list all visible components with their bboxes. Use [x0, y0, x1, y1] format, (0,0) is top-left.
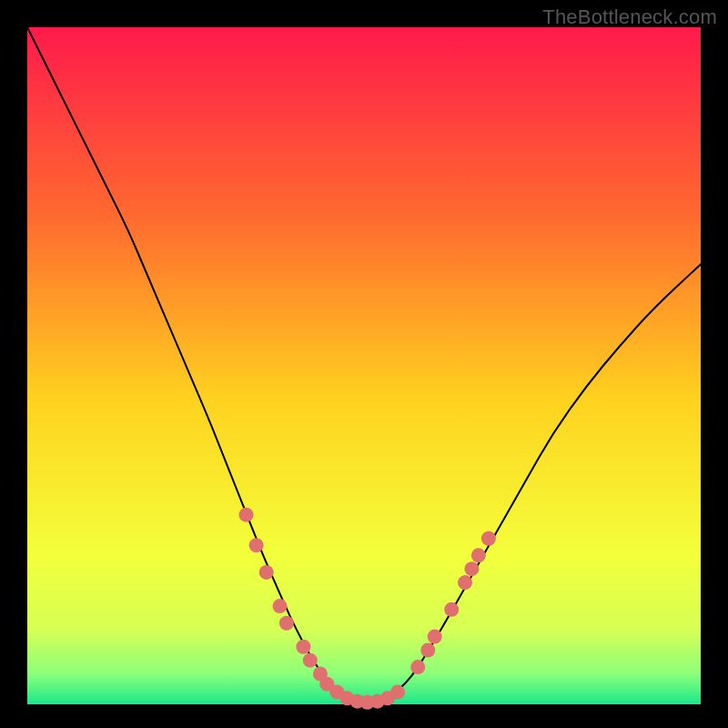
curve-marker-dot — [296, 640, 310, 654]
curve-marker-dot — [464, 561, 479, 576]
curve-marker-dot — [249, 538, 264, 552]
curve-marker-dot — [428, 630, 442, 644]
curve-marker-dot — [259, 565, 274, 580]
curve-marker-dot — [273, 599, 288, 613]
curve-marker-dot — [239, 508, 254, 522]
chart-svg — [0, 0, 728, 728]
curve-marker-dot — [444, 602, 459, 617]
plot-background — [27, 27, 701, 704]
curve-marker-dot — [471, 548, 486, 562]
curve-marker-dot — [303, 653, 318, 668]
curve-marker-dot — [390, 685, 405, 700]
chart-frame: TheBottleneck.com — [0, 0, 728, 728]
curve-marker-dot — [410, 660, 425, 674]
watermark-text: TheBottleneck.com — [542, 5, 717, 29]
curve-marker-dot — [458, 575, 472, 590]
curve-marker-dot — [420, 642, 435, 657]
curve-marker-dot — [279, 616, 294, 631]
curve-marker-dot — [481, 531, 496, 546]
